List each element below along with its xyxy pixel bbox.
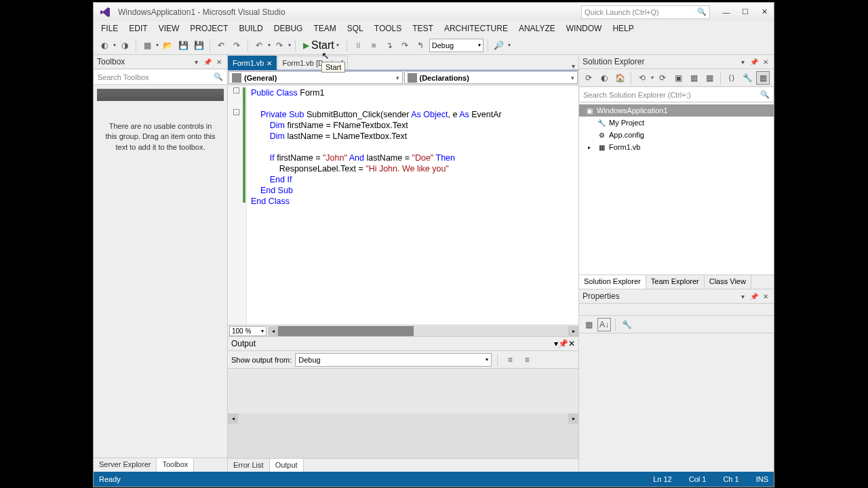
menu-view[interactable]: VIEW — [153, 22, 185, 35]
props-alpha-button[interactable]: A↓ — [597, 318, 611, 331]
config-dropdown[interactable]: Debug▾ — [429, 39, 484, 52]
expand-icon[interactable]: ▸ — [585, 142, 594, 152]
stop-button[interactable]: ■ — [367, 39, 380, 52]
pin-icon[interactable]: 📌 — [749, 57, 759, 66]
close-button[interactable]: ✕ — [755, 5, 774, 19]
scope-combo-left[interactable]: (General)▾ — [229, 71, 403, 84]
dropdown-icon[interactable]: ▾ — [738, 291, 747, 301]
tab-form1-vb[interactable]: Form1.vb✕ — [228, 56, 277, 70]
save-button[interactable]: 💾 — [176, 39, 190, 52]
se-forward-button[interactable]: 🏠 — [613, 71, 627, 85]
menu-build[interactable]: BUILD — [233, 22, 268, 35]
start-tooltip: Start — [321, 62, 345, 73]
menu-architecture[interactable]: ARCHITECTURE — [439, 22, 513, 35]
se-home-button[interactable]: ⟳ — [582, 71, 595, 85]
tree-item-project[interactable]: ▣WindowsApplication1 — [579, 104, 774, 117]
tab-close-icon[interactable]: ✕ — [267, 60, 272, 67]
undo-button[interactable]: ↶ — [252, 39, 266, 52]
save-all-button[interactable]: 💾 — [192, 39, 205, 52]
fold-icon[interactable]: - — [233, 87, 239, 94]
se-properties-button[interactable]: 🔧 — [741, 71, 754, 85]
tab-server-explorer[interactable]: Server Explorer — [94, 458, 157, 472]
code-editor[interactable]: - - Public Class Form1 Private Sub Submi… — [228, 85, 578, 325]
se-code-button[interactable]: ⟨⟩ — [725, 71, 738, 85]
properties-grid[interactable] — [579, 333, 774, 472]
step-over-button[interactable]: ↷ — [398, 39, 412, 52]
menu-debug[interactable]: DEBUG — [269, 22, 309, 35]
solution-tree[interactable]: ▣WindowsApplication1 🔧My Project ⚙App.co… — [579, 103, 774, 274]
props-categorized-button[interactable]: ▦ — [582, 318, 595, 331]
tab-toolbox[interactable]: Toolbox — [157, 458, 194, 472]
output-wrap-button[interactable]: ≡ — [520, 353, 534, 367]
declarations-icon — [408, 73, 417, 83]
se-preview-button[interactable]: ▦ — [703, 71, 716, 85]
forward-button[interactable]: ◑ — [118, 39, 132, 52]
pin-icon[interactable]: 📌 — [558, 339, 568, 348]
zoom-dropdown[interactable]: 100 %▾ — [229, 326, 267, 336]
menu-edit[interactable]: EDIT — [123, 22, 153, 35]
scope-left-label: (General) — [244, 74, 277, 82]
nav-fwd-button[interactable]: ↷ — [230, 39, 243, 52]
se-showall-button[interactable]: ▦ — [687, 71, 701, 85]
toolbox-search-input[interactable]: Search Toolbox 🔍 — [94, 70, 226, 85]
close-icon[interactable]: ✕ — [761, 291, 770, 301]
new-project-button[interactable]: ▦ — [140, 39, 154, 52]
menu-project[interactable]: PROJECT — [184, 22, 233, 35]
vs-logo-icon — [96, 5, 115, 19]
pause-button[interactable]: ⏸ — [351, 39, 365, 52]
code-content: Public Class Form1 Private Sub SubmitBut… — [247, 85, 578, 325]
back-button[interactable]: ◐ — [98, 39, 111, 52]
output-scrollbar[interactable]: ◂▸ — [228, 413, 578, 458]
tab-output[interactable]: Output — [270, 459, 304, 472]
menu-team[interactable]: TEAM — [308, 22, 341, 35]
se-sync-button[interactable]: ⟲ — [635, 71, 649, 85]
tree-label: App.config — [609, 131, 644, 139]
step-out-button[interactable]: ↰ — [414, 39, 427, 52]
menu-test[interactable]: TEST — [407, 22, 439, 35]
horizontal-scrollbar[interactable]: ◂▸ — [268, 326, 578, 336]
tab-class-view[interactable]: Class View — [705, 275, 751, 289]
props-pages-button[interactable]: 🔧 — [620, 318, 633, 331]
step-into-button[interactable]: ↴ — [382, 39, 396, 52]
output-body[interactable] — [228, 369, 578, 413]
minimize-button[interactable]: — — [717, 5, 736, 19]
dropdown-icon[interactable]: ▾ — [738, 57, 747, 66]
tab-error-list[interactable]: Error List — [228, 459, 270, 472]
properties-object-combo[interactable] — [579, 304, 774, 316]
toolbox-group-header[interactable] — [97, 89, 224, 101]
tree-item-appconfig[interactable]: ⚙App.config — [579, 129, 774, 141]
tree-item-myproject[interactable]: 🔧My Project — [579, 117, 774, 129]
menu-window[interactable]: WINDOW — [561, 22, 608, 35]
close-icon[interactable]: ✕ — [761, 57, 770, 66]
output-clear-button[interactable]: ≡ — [503, 353, 517, 367]
close-icon[interactable]: ✕ — [568, 339, 575, 348]
wrench-icon: 🔧 — [597, 118, 606, 127]
find-button[interactable]: 🔎 — [492, 39, 506, 52]
scope-combo-right[interactable]: (Declarations)▾ — [404, 71, 578, 84]
menu-analyze[interactable]: ANALYZE — [513, 22, 561, 35]
tab-solution-explorer[interactable]: Solution Explorer — [579, 275, 646, 289]
maximize-button[interactable]: ☐ — [736, 5, 755, 19]
quick-launch-input[interactable]: Quick Launch (Ctrl+Q)🔍 — [581, 5, 710, 19]
menu-help[interactable]: HELP — [607, 22, 639, 35]
se-back-button[interactable]: ◐ — [597, 71, 611, 85]
dropdown-icon[interactable]: ▾ — [191, 57, 201, 66]
close-icon[interactable]: ✕ — [214, 57, 224, 66]
output-source-dropdown[interactable]: Debug▾ — [295, 353, 492, 367]
pin-icon[interactable]: 📌 — [203, 57, 212, 66]
pin-icon[interactable]: 📌 — [749, 291, 759, 301]
se-refresh-button[interactable]: ⟳ — [656, 71, 669, 85]
menu-tools[interactable]: TOOLS — [369, 22, 407, 35]
nav-back-button[interactable]: ↶ — [214, 39, 228, 52]
tab-overflow-icon[interactable]: ▾ — [568, 62, 578, 70]
menu-sql[interactable]: SQL — [342, 22, 369, 35]
redo-button[interactable]: ↷ — [273, 39, 286, 52]
fold-icon[interactable]: - — [233, 109, 239, 115]
tree-item-form1[interactable]: ▸▦Form1.vb — [579, 141, 774, 153]
open-button[interactable]: 📂 — [161, 39, 174, 52]
menu-file[interactable]: FILE — [96, 22, 123, 35]
se-collapse-button[interactable]: ▣ — [671, 71, 685, 85]
solution-search-input[interactable]: Search Solution Explorer (Ctrl+;) 🔍 — [580, 87, 773, 102]
se-view-button[interactable]: ▦ — [756, 71, 770, 85]
tab-team-explorer[interactable]: Team Explorer — [646, 275, 705, 289]
